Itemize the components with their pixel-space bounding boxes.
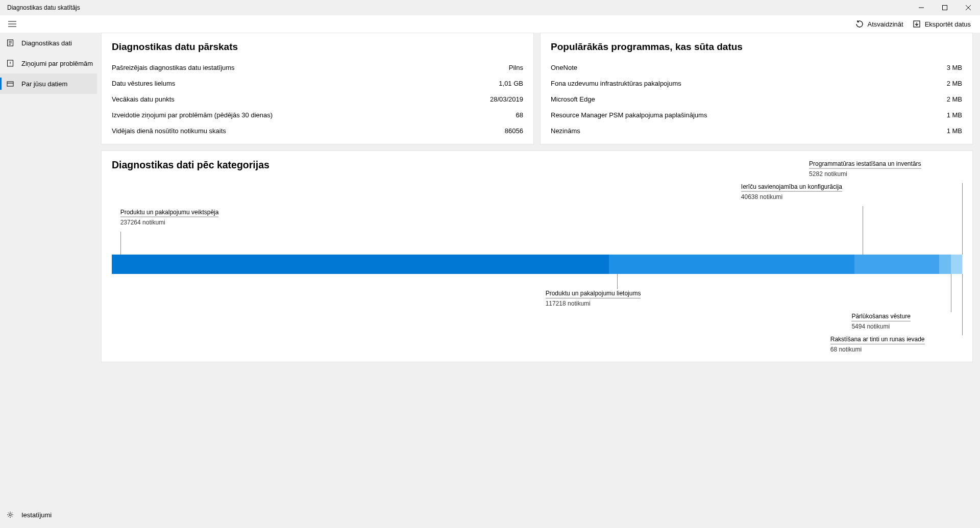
overview-row-label: Datu vēstures lielums [112,80,175,87]
chart-category-count: 68 notikumi [830,345,925,354]
chart-category-name: Programmatūras iestatīšana un inventārs [809,160,921,169]
titlebar: Diagnostikas datu skatītājs [0,0,980,15]
chart-leader-line [951,274,951,312]
topapps-row-value: 1 MB [947,127,962,135]
sidebar-item-label: Diagnostikas dati [21,39,72,47]
topapps-card: Populārākās programmas, kas sūta datus O… [540,33,973,144]
categories-chart: Produktu un pakalpojumu veiktspēja237264… [112,178,962,351]
chart-category-name: Pārlūkošanas vēsture [851,312,910,321]
overview-row-value: Pilns [509,64,523,71]
topbar: Atsvaidzināt Eksportēt datus [0,15,980,33]
chart-category-count: 5494 notikumi [851,322,910,331]
svg-rect-4 [7,82,13,86]
window-title: Diagnostikas datu skatītājs [7,4,80,11]
sidebar-item-diagnostic-data[interactable]: Diagnostikas dati [0,33,97,53]
chart-category-label: Produktu un pakalpojumu lietojums117218 … [546,289,641,308]
svg-rect-0 [943,6,947,10]
topapps-row: OneNote3 MB [551,60,962,76]
chart-category-count: 40638 notikumi [741,193,842,201]
topapps-row: Nezināms1 MB [551,123,962,139]
info-icon [6,80,14,88]
chart-category-name: Produktu un pakalpojumu veiktspēja [120,208,219,217]
overview-row-label: Pašreizējais diagnostikas datu iestatīju… [112,64,235,71]
document-icon [6,39,14,47]
overview-row-value: 1,01 GB [499,80,523,87]
overview-row-label: Vecākais datu punkts [112,95,175,103]
sidebar-item-problem-reports[interactable]: Ziņojumi par problēmām [0,53,97,73]
chart-leader-line [962,183,963,255]
overview-title: Diagnostikas datu pārskats [112,41,523,53]
chart-category-label: Produktu un pakalpojumu veiktspēja237264… [120,208,219,227]
bar-segment [854,255,940,274]
chart-category-count: 117218 notikumi [546,299,641,308]
topapps-row-label: Microsoft Edge [551,95,595,103]
refresh-icon [855,20,864,28]
window-controls [910,0,980,15]
overview-row: Izveidotie ziņojumi par problēmām (pēdēj… [112,107,523,123]
sidebar-item-label: Par jūsu datiem [21,80,67,88]
topapps-row-label: Fona uzdevumu infrastruktūras pakalpojum… [551,80,681,87]
topapps-row: Microsoft Edge2 MB [551,91,962,107]
chart-category-name: Ierīču savienojamība un konfigurācija [741,183,842,192]
topapps-row-label: Resource Manager PSM pakalpojuma paplaši… [551,111,707,119]
chart-category-label: Programmatūras iestatīšana un inventārs5… [809,160,921,178]
overview-row-value: 68 [516,111,523,119]
hamburger-button[interactable] [0,15,24,33]
refresh-label: Atsvaidzināt [868,20,903,28]
maximize-button[interactable] [933,0,957,15]
bar-segment [609,255,854,274]
overview-row: Datu vēstures lielums1,01 GB [112,76,523,91]
content-area: Diagnostikas datu pārskats Pašreizējais … [97,33,980,528]
chart-category-label: Rakstīšana ar tinti un runas ievade68 no… [830,335,925,354]
export-icon [913,20,921,28]
overview-card: Diagnostikas datu pārskats Pašreizējais … [101,33,534,144]
topapps-row-value: 2 MB [947,80,962,87]
sidebar: Diagnostikas dati Ziņojumi par problēmām… [0,33,97,528]
report-icon [6,59,14,67]
bar-segment [939,255,951,274]
refresh-button[interactable]: Atsvaidzināt [855,20,903,28]
topapps-title: Populārākās programmas, kas sūta datus [551,41,962,53]
chart-leader-line [120,232,121,255]
overview-row: Vidējais dienā nosūtīto notikumu skaits8… [112,123,523,139]
export-button[interactable]: Eksportēt datus [913,20,971,28]
close-button[interactable] [957,0,980,15]
chart-category-label: Pārlūkošanas vēsture5494 notikumi [851,312,910,331]
overview-row-value: 86056 [505,127,523,135]
topapps-row-value: 3 MB [947,64,962,71]
bar-segment [112,255,609,274]
topapps-row-label: OneNote [551,64,577,71]
chart-category-count: 5282 notikumi [809,170,921,178]
overview-row: Pašreizējais diagnostikas datu iestatīju… [112,60,523,76]
svg-point-5 [9,514,11,516]
topapps-row-value: 1 MB [947,111,962,119]
bar-segment [951,255,962,274]
sidebar-item-label: Ziņojumi par problēmām [21,60,93,67]
topapps-row-label: Nezināms [551,127,580,135]
overview-row-label: Vidējais dienā nosūtīto notikumu skaits [112,127,226,135]
export-label: Eksportēt datus [925,20,971,28]
stacked-bar [112,255,962,274]
overview-row-label: Izveidotie ziņojumi par problēmām (pēdēj… [112,111,273,119]
sidebar-item-settings[interactable]: Iestatījumi [0,505,97,525]
topapps-row: Fona uzdevumu infrastruktūras pakalpojum… [551,76,962,91]
overview-row: Vecākais datu punkts28/03/2019 [112,91,523,107]
gear-icon [6,511,14,519]
chart-leader-line [962,274,963,335]
sidebar-item-label: Iestatījumi [21,511,52,519]
overview-row-value: 28/03/2019 [490,95,523,103]
chart-leader-line [617,274,618,289]
chart-leader-line [863,206,863,255]
categories-card: Diagnostikas dati pēc kategorijas Produk… [101,150,973,362]
sidebar-item-about-data[interactable]: Par jūsu datiem [0,73,97,94]
chart-category-name: Produktu un pakalpojumu lietojums [546,289,641,298]
hamburger-icon [8,21,16,27]
topapps-row-value: 2 MB [947,95,962,103]
chart-category-name: Rakstīšana ar tinti un runas ievade [830,335,925,344]
topapps-row: Resource Manager PSM pakalpojuma paplaši… [551,107,962,123]
chart-category-count: 237264 notikumi [120,218,219,227]
chart-category-label: Ierīču savienojamība un konfigurācija406… [741,183,842,201]
minimize-button[interactable] [910,0,933,15]
